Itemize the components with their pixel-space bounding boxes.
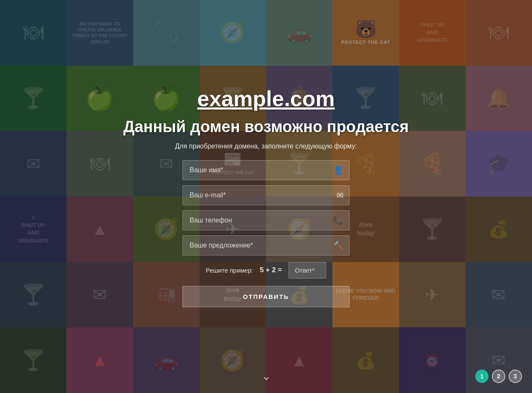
captcha-equation: 5 + 2 = [260,266,282,274]
domain-title[interactable]: example.com [197,86,335,111]
page-dot-2[interactable]: 2 [492,370,505,383]
email-input[interactable] [182,185,350,205]
captcha-row: Решите пример: 5 + 2 = [182,262,350,278]
submit-button[interactable]: ОТПРАВИТЬ [182,286,350,307]
name-field-wrapper: 👤 [182,160,350,180]
name-input[interactable] [182,160,350,180]
domain-description: Для приобретения домена, заполните следу… [175,143,357,150]
captcha-label: Решите пример: [206,267,253,274]
main-content: example.com Данный домен возможно продае… [0,0,532,393]
domain-subtitle: Данный домен возможно продается [123,118,409,136]
phone-field-wrapper: 📞 [182,210,350,230]
offer-input[interactable] [182,235,350,255]
pagination: 1 2 3 [475,370,522,383]
scroll-down-arrow[interactable]: ⌄ [261,369,271,383]
contact-form: 👤 ✉ 📞 🔨 Решите пример: 5 + 2 = ОТПРАВИТЬ [182,160,350,307]
page-dot-1[interactable]: 1 [475,370,489,383]
email-field-wrapper: ✉ [182,185,350,205]
offer-field-wrapper: 🔨 [182,235,350,255]
phone-input[interactable] [182,210,350,230]
page-dot-3[interactable]: 3 [509,370,522,383]
captcha-input[interactable] [289,262,326,278]
